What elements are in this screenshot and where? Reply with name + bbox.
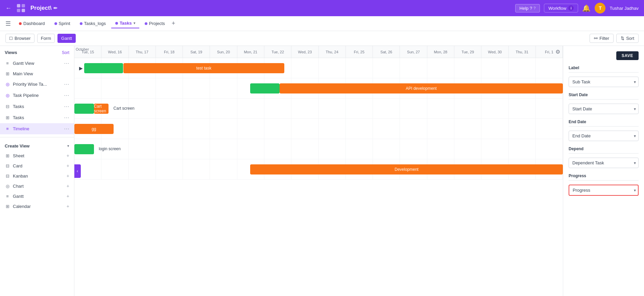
create-view-card[interactable]: ⊟ Card + (0, 161, 74, 171)
views-title: Views (5, 50, 17, 55)
views-header: Views Sort (0, 46, 74, 58)
gantt-bar-orange[interactable]: test task (123, 63, 285, 73)
tab-sprint[interactable]: Sprint (50, 19, 74, 28)
start-date-select[interactable]: Start Date Created Date (569, 104, 639, 114)
gantt-date-cell: Sun, 20 (210, 46, 237, 58)
gantt-bar-green[interactable] (74, 144, 94, 154)
avatar[interactable]: T (595, 3, 605, 14)
username-label[interactable]: Tushar Jadhav (610, 6, 639, 11)
gantt-bar-green[interactable] (250, 83, 280, 93)
progress-field-group: Progress Progress None ▾ (569, 173, 639, 196)
gantt-date-cell: Mon, 28 (427, 46, 454, 58)
main-layout: Views Sort ≡ Gantt View ⋯ ⊞ Main View ◎ … (0, 46, 644, 296)
create-view-arrow-icon: ▾ (67, 144, 69, 148)
workflow-button[interactable]: Workflow i (544, 4, 578, 12)
gantt-row: test task▶ (74, 58, 563, 78)
sidebar-item-gantt-view[interactable]: ≡ Gantt View ⋯ (0, 58, 74, 69)
gantt-bar-orange[interactable]: Cart screen (94, 104, 109, 114)
tab-projects[interactable]: Projects (141, 19, 169, 28)
gantt-bar-green[interactable] (74, 104, 94, 114)
create-view-kanban[interactable]: ⊟ Kanban + (0, 171, 74, 181)
sidebar-item-timeline[interactable]: ≡ Timeline ⋯ (0, 123, 74, 134)
tab-tasks[interactable]: Tasks ▾ (111, 19, 139, 28)
gantt-bar-orange[interactable]: Development (250, 164, 563, 174)
create-view-chart[interactable]: ◎ Chart + (0, 181, 74, 191)
gantt-settings-icon[interactable]: ⚙ (555, 49, 560, 55)
calendar-icon: ⊞ (5, 204, 10, 209)
add-gantt-button[interactable]: + (67, 193, 69, 199)
help-button[interactable]: Help ? ? (515, 4, 540, 12)
sidebar-item-task-pipeline[interactable]: ◎ Task Pipeline ⋯ (0, 90, 74, 101)
label-field-label: Label (569, 65, 639, 70)
add-chart-button[interactable]: + (67, 183, 69, 189)
gantt-row: API development (74, 78, 563, 99)
tasks-2-dots[interactable]: ⋯ (64, 114, 69, 121)
right-panel: SAVE Label Sub Task Task Epic ▾ Start Da… (563, 46, 644, 296)
add-kanban-button[interactable]: + (67, 173, 69, 179)
gantt-body[interactable]: test task▶API developmentCart screenCart… (74, 58, 563, 296)
add-tab-button[interactable]: + (170, 19, 177, 28)
sort-button[interactable]: ⇅ Sort (616, 34, 639, 43)
add-calendar-button[interactable]: + (67, 204, 69, 209)
hamburger-menu-icon[interactable]: ☰ (5, 20, 11, 27)
help-question-icon: ? (533, 6, 535, 10)
gantt-bar-external-label: Cart screen (114, 106, 135, 111)
form-view-button[interactable]: Form (37, 34, 55, 43)
gantt-header: October Tue, 15Wed, 16Thu, 17Fri, 18Sat,… (74, 46, 563, 58)
gantt-bar-green[interactable] (84, 63, 123, 73)
edit-project-icon[interactable]: ✏ (53, 5, 57, 11)
start-date-divider (569, 99, 639, 100)
filter-button[interactable]: ⚯ Filter (590, 34, 614, 43)
gantt-date-cell: Wed, 23 (291, 46, 318, 58)
gantt-view-button[interactable]: Gantt (57, 34, 76, 43)
start-date-select-wrapper: Start Date Created Date ▾ (569, 104, 639, 114)
task-pipeline-dots[interactable]: ⋯ (64, 92, 69, 99)
add-card-button[interactable]: + (67, 163, 69, 168)
sidebar-item-priority-wise[interactable]: ◎ Priority Wise Ta... ⋯ (0, 79, 74, 90)
end-date-divider (569, 126, 639, 127)
label-select[interactable]: Sub Task Task Epic (569, 77, 639, 87)
start-date-field-label: Start Date (569, 92, 639, 97)
tab-tasks-logs[interactable]: Tasks_logs (76, 19, 110, 28)
gantt-view-dots[interactable]: ⋯ (64, 60, 69, 66)
create-view-calendar[interactable]: ⊞ Calendar + (0, 201, 74, 211)
tasks-1-icon: ⊟ (5, 104, 10, 109)
sidebar-item-main-view[interactable]: ⊞ Main View (0, 69, 74, 79)
tasks-2-icon: ⊞ (5, 115, 10, 120)
progress-divider (569, 180, 639, 181)
sidebar-item-tasks-1[interactable]: ⊟ Tasks ⋯ (0, 101, 74, 112)
browser-view-button[interactable]: ☐ Browser (5, 34, 34, 43)
depend-field-label: Depend (569, 146, 639, 151)
tasks-dropdown-arrow[interactable]: ▾ (134, 21, 135, 25)
gantt-date-cell: Sat, 19 (183, 46, 210, 58)
collapse-sidebar-button[interactable]: ‹ (74, 164, 81, 178)
tab-dashboard[interactable]: Dashboard (15, 19, 49, 28)
tasks-1-dots[interactable]: ⋯ (64, 103, 69, 110)
left-sidebar: Views Sort ≡ Gantt View ⋯ ⊞ Main View ◎ … (0, 46, 74, 296)
create-view-sheet[interactable]: ⊞ Sheet + (0, 151, 74, 161)
gantt-row: Cart screenCart screen (74, 99, 563, 119)
project-title: Project\ ✏ (30, 5, 57, 11)
gantt-view-icon: ≡ (5, 61, 10, 66)
back-button[interactable]: ← (5, 5, 11, 12)
create-view-gantt[interactable]: ≡ Gantt + (0, 191, 74, 201)
chart-icon: ◎ (5, 184, 10, 189)
timeline-dots[interactable]: ⋯ (64, 126, 69, 132)
notification-bell-icon[interactable]: 🔔 (582, 4, 591, 12)
progress-select[interactable]: Progress None (569, 185, 639, 196)
save-button[interactable]: SAVE (616, 51, 639, 60)
app-logo (16, 3, 26, 14)
gantt-grid-columns (74, 119, 563, 139)
gantt-bar-orange[interactable]: gg (74, 124, 114, 134)
svg-rect-0 (17, 4, 20, 7)
sidebar-item-tasks-2[interactable]: ⊞ Tasks ⋯ (0, 112, 74, 123)
label-field-group: Label Sub Task Task Epic ▾ (569, 65, 639, 87)
add-sheet-button[interactable]: + (67, 153, 69, 158)
sidebar-sort-button[interactable]: Sort (62, 50, 69, 55)
create-view-header[interactable]: Create View ▾ (0, 140, 74, 151)
end-date-select[interactable]: End Date Due Date (569, 131, 639, 141)
filter-icon: ⚯ (594, 36, 598, 41)
gantt-bar-orange[interactable]: API development (280, 83, 563, 93)
depend-select[interactable]: Dependent Task None (569, 158, 639, 168)
priority-wise-dots[interactable]: ⋯ (64, 81, 69, 87)
